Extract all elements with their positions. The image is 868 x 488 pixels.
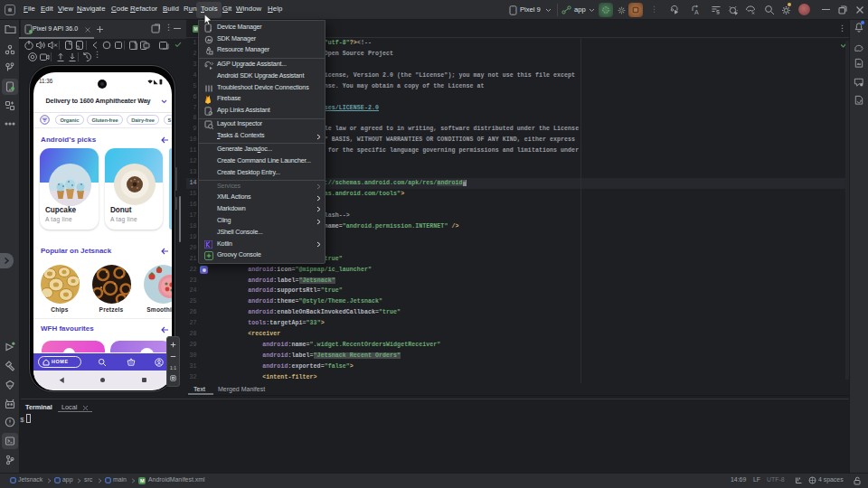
svg-text:A: A	[694, 9, 699, 15]
